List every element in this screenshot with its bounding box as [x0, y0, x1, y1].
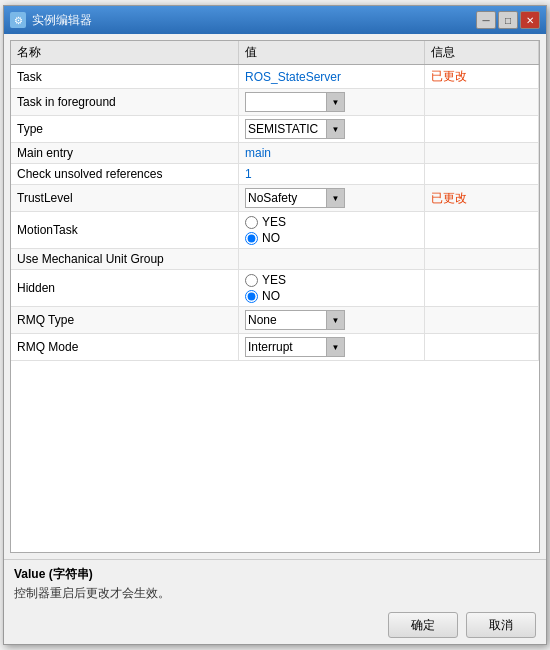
table-row: Check unsolved references1: [11, 164, 539, 185]
table-row: MotionTaskYESNO: [11, 212, 539, 249]
row-label-task_foreground: Task in foreground: [11, 89, 238, 116]
window-controls: ─ □ ✕: [476, 11, 540, 29]
properties-table-container: 名称 值 信息 TaskROS_StateServer已更改Task in fo…: [10, 40, 540, 553]
radio-input-motion_task-yes[interactable]: [245, 216, 258, 229]
select-wrapper-type[interactable]: SEMISTATICNORMALSTATIC▼: [245, 119, 345, 139]
radio-group-hidden: YESNO: [245, 273, 418, 303]
row-info-task_foreground: [424, 89, 538, 116]
radio-input-hidden-no[interactable]: [245, 290, 258, 303]
row-info-hidden: [424, 270, 538, 307]
table-row: Main entrymain: [11, 143, 539, 164]
confirm-button[interactable]: 确定: [388, 612, 458, 638]
select-wrapper-rmq_mode[interactable]: InterruptPolled▼: [245, 337, 345, 357]
row-value-main_entry: main: [238, 143, 424, 164]
select-arrow-type: ▼: [326, 120, 344, 138]
table-row: TrustLevelNoSafetySafety1Safety2▼已更改: [11, 185, 539, 212]
col-header-name: 名称: [11, 41, 238, 65]
bottom-info: Value (字符串) 控制器重启后更改才会生效。: [4, 559, 546, 606]
row-info-mechanical_unit: [424, 249, 538, 270]
radio-item-hidden-yes[interactable]: YES: [245, 273, 418, 287]
col-header-info: 信息: [424, 41, 538, 65]
row-value-hidden: YESNO: [238, 270, 424, 307]
col-header-value: 值: [238, 41, 424, 65]
select-rmq_mode[interactable]: InterruptPolled: [246, 338, 326, 356]
title-bar: ⚙ 实例编辑器 ─ □ ✕: [4, 6, 546, 34]
row-value-rmq_mode[interactable]: InterruptPolled▼: [238, 334, 424, 361]
row-value-trust_level[interactable]: NoSafetySafety1Safety2▼: [238, 185, 424, 212]
row-info-motion_task: [424, 212, 538, 249]
row-value-type[interactable]: SEMISTATICNORMALSTATIC▼: [238, 116, 424, 143]
radio-input-motion_task-no[interactable]: [245, 232, 258, 245]
select-wrapper-task_foreground[interactable]: ▼: [245, 92, 345, 112]
row-info-rmq_mode: [424, 334, 538, 361]
radio-group-motion_task: YESNO: [245, 215, 418, 245]
row-value-task_foreground[interactable]: ▼: [238, 89, 424, 116]
radio-item-hidden-no[interactable]: NO: [245, 289, 418, 303]
radio-item-motion_task-no[interactable]: NO: [245, 231, 418, 245]
select-type[interactable]: SEMISTATICNORMALSTATIC: [246, 120, 326, 138]
restore-button[interactable]: □: [498, 11, 518, 29]
cancel-button[interactable]: 取消: [466, 612, 536, 638]
table-row: Task in foreground▼: [11, 89, 539, 116]
row-info-main_entry: [424, 143, 538, 164]
value-type-label: Value (字符串): [14, 566, 536, 583]
select-task_foreground[interactable]: [246, 93, 326, 111]
select-arrow-task_foreground: ▼: [326, 93, 344, 111]
row-info-check_unsolved: [424, 164, 538, 185]
row-label-rmq_mode: RMQ Mode: [11, 334, 238, 361]
table-row: Use Mechanical Unit Group: [11, 249, 539, 270]
row-info-rmq_type: [424, 307, 538, 334]
row-label-main_entry: Main entry: [11, 143, 238, 164]
row-value-check_unsolved: 1: [238, 164, 424, 185]
row-value-motion_task: YESNO: [238, 212, 424, 249]
row-info-trust_level: 已更改: [424, 185, 538, 212]
row-value-rmq_type[interactable]: NoneType1Type2▼: [238, 307, 424, 334]
row-label-motion_task: MotionTask: [11, 212, 238, 249]
window-icon: ⚙: [10, 12, 26, 28]
select-wrapper-trust_level[interactable]: NoSafetySafety1Safety2▼: [245, 188, 345, 208]
row-info-type: [424, 116, 538, 143]
table-row: RMQ ModeInterruptPolled▼: [11, 334, 539, 361]
footer-buttons: 确定 取消: [4, 606, 546, 644]
content-area: 名称 值 信息 TaskROS_StateServer已更改Task in fo…: [4, 34, 546, 644]
row-value-task: ROS_StateServer: [238, 65, 424, 89]
radio-input-hidden-yes[interactable]: [245, 274, 258, 287]
row-label-mechanical_unit: Use Mechanical Unit Group: [11, 249, 238, 270]
row-label-hidden: Hidden: [11, 270, 238, 307]
table-row: HiddenYESNO: [11, 270, 539, 307]
radio-label-motion_task-no: NO: [262, 231, 280, 245]
main-window: ⚙ 实例编辑器 ─ □ ✕ 名称 值 信息 TaskROS_StateServe…: [3, 5, 547, 645]
window-title: 实例编辑器: [32, 12, 476, 29]
row-value-mechanical_unit: [238, 249, 424, 270]
minimize-button[interactable]: ─: [476, 11, 496, 29]
row-label-task: Task: [11, 65, 238, 89]
select-arrow-trust_level: ▼: [326, 189, 344, 207]
select-rmq_type[interactable]: NoneType1Type2: [246, 311, 326, 329]
radio-label-hidden-yes: YES: [262, 273, 286, 287]
table-row: TaskROS_StateServer已更改: [11, 65, 539, 89]
select-trust_level[interactable]: NoSafetySafety1Safety2: [246, 189, 326, 207]
table-row: TypeSEMISTATICNORMALSTATIC▼: [11, 116, 539, 143]
select-wrapper-rmq_type[interactable]: NoneType1Type2▼: [245, 310, 345, 330]
row-info-task: 已更改: [424, 65, 538, 89]
radio-label-motion_task-yes: YES: [262, 215, 286, 229]
row-label-check_unsolved: Check unsolved references: [11, 164, 238, 185]
table-row: RMQ TypeNoneType1Type2▼: [11, 307, 539, 334]
radio-label-hidden-no: NO: [262, 289, 280, 303]
select-arrow-rmq_mode: ▼: [326, 338, 344, 356]
row-label-rmq_type: RMQ Type: [11, 307, 238, 334]
row-label-type: Type: [11, 116, 238, 143]
select-arrow-rmq_type: ▼: [326, 311, 344, 329]
close-button[interactable]: ✕: [520, 11, 540, 29]
properties-table: 名称 值 信息 TaskROS_StateServer已更改Task in fo…: [11, 41, 539, 361]
bottom-description: 控制器重启后更改才会生效。: [14, 585, 536, 602]
row-label-trust_level: TrustLevel: [11, 185, 238, 212]
radio-item-motion_task-yes[interactable]: YES: [245, 215, 418, 229]
